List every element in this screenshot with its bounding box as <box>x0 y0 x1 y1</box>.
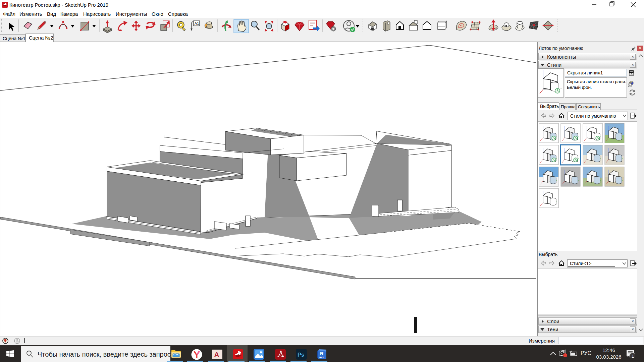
svg-text:A: A <box>214 351 219 359</box>
svg-text:1: 1 <box>632 354 634 358</box>
svg-text:Ps: Ps <box>298 352 304 358</box>
svg-text:A1: A1 <box>195 21 199 25</box>
svg-text:RVT: RVT <box>319 356 324 359</box>
svg-text:R: R <box>320 351 324 356</box>
